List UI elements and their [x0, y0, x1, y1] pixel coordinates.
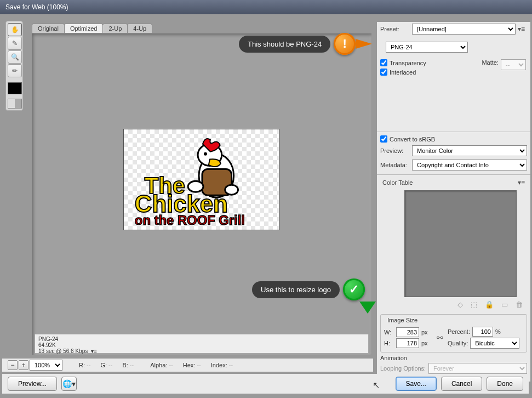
slice-icon: ✎ [12, 39, 18, 47]
link-icon[interactable]: ⚯ [437, 333, 443, 342]
b-value: B: -- [122, 362, 134, 368]
matte-label: Matte: [482, 59, 499, 66]
preview-label: Preview: [380, 147, 412, 154]
zoom-out-button[interactable]: − [8, 360, 18, 370]
preset-menu-icon[interactable]: ▾≡ [516, 25, 527, 33]
transparency-check[interactable]: Transparency [377, 58, 477, 67]
zoom-select[interactable]: 100% [30, 360, 62, 371]
looping-select: Forever [428, 363, 527, 374]
percent-input[interactable] [472, 327, 493, 337]
metadata-select[interactable]: Copyright and Contact Info [412, 160, 527, 170]
status-bar: − + 100% R: -- G: -- B: -- Alpha: -- Hex… [2, 359, 373, 372]
color-table[interactable] [404, 190, 517, 297]
alpha-readout: Alpha: -- Hex: -- Index: -- [150, 362, 233, 368]
color-table-toolbar: ◇ ⬚ 🔒 ▭ 🗑 [377, 297, 530, 312]
trash-icon[interactable]: 🗑 [516, 300, 523, 309]
percent-label: Percent: [448, 328, 470, 335]
window-title: Save for Web (100%) [5, 3, 68, 11]
interlaced-check[interactable]: Interlaced [377, 67, 477, 77]
info-menu-icon[interactable]: ▾≡ [91, 348, 97, 354]
srgb-check[interactable]: Convert to sRGB [377, 134, 530, 144]
ct-btn-new[interactable]: ▭ [501, 300, 508, 309]
hand-tool[interactable]: ✋ [8, 23, 22, 36]
ct-btn-2[interactable]: ⬚ [471, 300, 477, 309]
preview-tabs: Original Optimized 2-Up 4-Up [32, 24, 152, 33]
info-size: 64.92K [38, 342, 365, 348]
matte-select: -- [501, 59, 526, 70]
preset-label: Preset: [380, 26, 412, 32]
callout-resize: Use this to resize logo ✓ [252, 278, 365, 300]
preview-info: PNG-24 64.92K 13 sec @ 56.6 Kbps▾≡ [35, 334, 369, 354]
looping-label: Looping Options: [380, 365, 428, 372]
info-format: PNG-24 [38, 336, 365, 342]
h-label: H: [384, 340, 394, 346]
svg-marker-9 [356, 39, 372, 49]
zoom-controls: − + 100% [8, 360, 62, 371]
tab-original[interactable]: Original [32, 24, 65, 33]
quality-label: Quality: [448, 340, 468, 346]
svg-text:on the ROOF Grill: on the ROOF Grill [135, 212, 245, 227]
color-table-menu-icon[interactable]: ▾≡ [516, 179, 527, 186]
format-select[interactable]: PNG-24 [386, 42, 468, 53]
slice-visibility-toggle[interactable] [8, 99, 22, 109]
eyedropper-icon: ✏ [12, 67, 18, 75]
zoom-tool[interactable]: 🔍 [8, 50, 22, 64]
svg-point-2 [204, 152, 207, 155]
g-value: G: -- [100, 362, 112, 368]
quality-select[interactable]: Bicubic [470, 338, 519, 349]
index-value: Index: -- [211, 362, 233, 368]
slice-tool[interactable]: ✎ [8, 37, 22, 50]
hex-value: Hex: -- [183, 362, 201, 368]
save-button[interactable]: Save... [396, 377, 437, 391]
arrow-icon [356, 39, 372, 49]
preview-button[interactable]: Preview... [8, 377, 57, 391]
callout-format: This should be PNG-24 ! [239, 33, 372, 55]
done-button[interactable]: Done [487, 377, 523, 391]
settings-panel: Preset: [Unnamed] ▾≡ PNG-24 Transparency… [377, 22, 530, 382]
width-input[interactable] [396, 327, 419, 337]
zoom-in-button[interactable]: + [19, 360, 28, 370]
zoom-icon: 🔍 [11, 53, 19, 61]
tab-2up[interactable]: 2-Up [102, 24, 128, 33]
hand-icon: ✋ [11, 26, 19, 33]
w-label: W: [384, 329, 394, 336]
window-titlebar: Save for Web (100%) [0, 0, 532, 14]
dialog-buttons: Preview... 🌐▾ Save... Cancel Done [2, 374, 529, 394]
callout-resize-text: Use this to resize logo [252, 281, 340, 298]
browser-preview-button[interactable]: 🌐▾ [61, 377, 77, 391]
r-value: R: -- [79, 362, 90, 368]
eyedropper-tool[interactable]: ✏ [8, 64, 22, 77]
preview-select[interactable]: Monitor Color [412, 145, 527, 156]
tool-strip: ✋ ✎ 🔍 ✏ [5, 21, 23, 111]
logo-image: The Chicken on the ROOF Grill [124, 129, 279, 230]
ct-btn-1[interactable]: ◇ [457, 300, 463, 309]
tab-optimized[interactable]: Optimized [64, 24, 104, 33]
callout-format-text: This should be PNG-24 [239, 36, 330, 53]
metadata-label: Metadata: [380, 162, 412, 168]
lock-icon[interactable]: 🔒 [485, 300, 494, 309]
info-timing: 13 sec @ 56.6 Kbps [38, 348, 88, 354]
logo-preview: The Chicken on the ROOF Grill [123, 129, 279, 230]
tab-4up[interactable]: 4-Up [127, 24, 152, 33]
color-table-label: Color Table [382, 179, 413, 186]
cancel-button[interactable]: Cancel [441, 377, 482, 391]
globe-icon: 🌐 [62, 379, 72, 388]
animation-label: Animation [380, 355, 527, 361]
image-size-group: Image Size W: px H: px ⚯ Percent: [380, 314, 527, 352]
svg-marker-10 [359, 302, 376, 314]
height-input[interactable] [396, 338, 419, 348]
arrow-down-icon [359, 297, 376, 314]
color-readout: R: -- G: -- B: -- [79, 362, 134, 368]
image-size-label: Image Size [385, 317, 420, 323]
preset-select[interactable]: [Unnamed] [412, 24, 516, 35]
alert-icon: ! [334, 33, 356, 55]
foreground-swatch[interactable] [8, 82, 22, 94]
alpha-value: Alpha: -- [150, 362, 173, 368]
